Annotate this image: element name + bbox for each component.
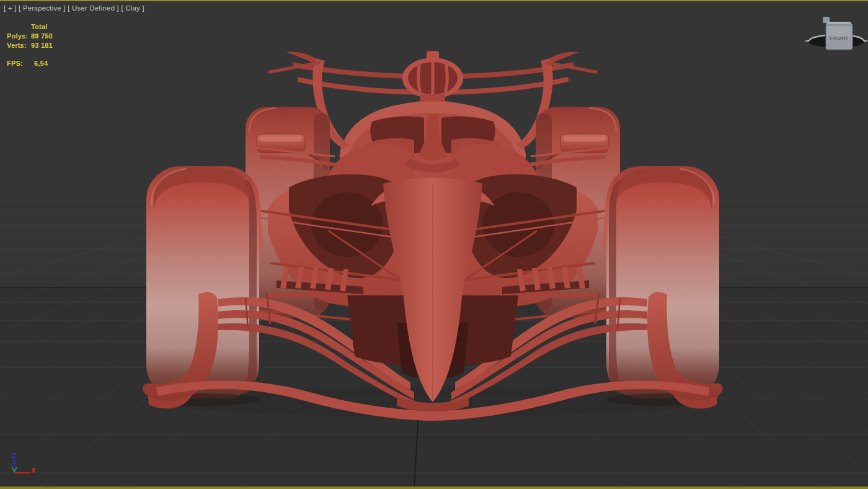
z-axis-label: Z	[12, 452, 16, 459]
stats-fps-value: 6,54	[34, 60, 48, 67]
viewcube[interactable]: FRONT	[795, 9, 868, 58]
stats-verts-value: 93 181	[31, 42, 53, 49]
x-axis-label: X	[31, 467, 36, 474]
stats-polys-value: 89 750	[31, 32, 53, 40]
perspective-viewport[interactable]: [ + ] [ Perspective ] [ User Defined ] […	[0, 0, 868, 489]
viewport-canvas[interactable]	[0, 0, 868, 489]
stats-verts-label: Verts:	[7, 42, 27, 49]
viewcube-top-face[interactable]	[826, 22, 852, 25]
stats-total-header: Total	[31, 23, 47, 30]
world-axis-gizmo: Z X	[5, 449, 48, 485]
viewcube-front-label: FRONT	[830, 35, 849, 41]
active-viewport-border-bottom	[0, 487, 868, 489]
stats-polys-label: Polys:	[7, 32, 28, 40]
active-viewport-border-top	[0, 0, 868, 1]
stats-fps-label: FPS:	[7, 60, 23, 67]
viewport-label[interactable]: [ + ] [ Perspective ] [ User Defined ] […	[4, 4, 144, 12]
